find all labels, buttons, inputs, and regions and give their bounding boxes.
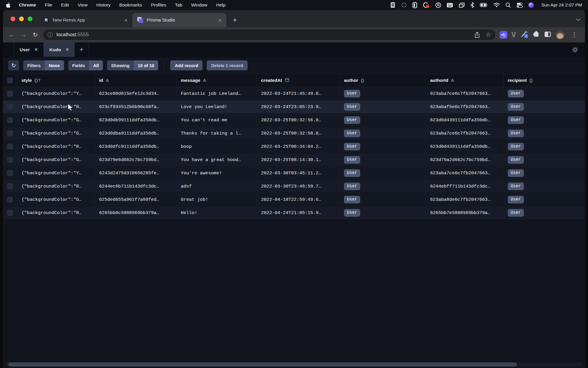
column-header-recipient[interactable]: recipient{} <box>503 74 585 87</box>
author-cell[interactable]: User <box>340 180 426 193</box>
message-cell[interactable]: Fantastic job Leeland… <box>176 87 257 100</box>
extension-icon-color-picker[interactable] <box>520 30 528 39</box>
createdAt-cell[interactable]: 2022-03-24T23:05:23.9… <box>257 100 340 113</box>
author-relation-chip[interactable]: User <box>344 183 360 190</box>
author-cell[interactable]: User <box>340 140 426 153</box>
add-record-button[interactable]: Add record <box>170 60 203 70</box>
row-checkbox[interactable] <box>7 104 13 110</box>
bluetooth-icon[interactable] <box>470 2 474 8</box>
stage-manager-icon[interactable] <box>459 2 465 8</box>
side-panel-icon[interactable] <box>544 31 551 39</box>
id-cell[interactable]: 623cf934512b6b90c68fa… <box>95 100 176 113</box>
delete-record-button[interactable]: Delete 1 record <box>207 60 247 70</box>
id-cell[interactable]: 623d79e6d662c7bc759bd… <box>95 153 176 166</box>
address-bar[interactable]: i localhost:5555 ☆ <box>43 29 495 40</box>
authorid-cell[interactable]: 6244ebff711b143dfc3dc… <box>426 180 503 193</box>
recipient-relation-chip[interactable]: User <box>508 183 524 190</box>
createdAt-cell[interactable]: 2022-03-25T08:14:30.1… <box>257 153 340 166</box>
message-cell[interactable]: Love you Leeland! <box>176 100 257 113</box>
menu-item-chrome[interactable]: Chrome <box>19 2 36 8</box>
authorid-cell[interactable]: 623d79a2d662c7bc759bd… <box>426 153 503 166</box>
style-cell[interactable]: {"backgroundColor":"R… <box>17 140 95 153</box>
spinner-icon[interactable] <box>401 2 407 8</box>
row-checkbox[interactable] <box>7 144 13 150</box>
authorid-cell[interactable]: 6265bb7e5888969bb379a… <box>426 206 503 219</box>
recipient-cell[interactable]: User <box>503 140 585 153</box>
style-cell[interactable]: {"backgroundColor":"Y… <box>17 87 95 100</box>
extension-icon-blue-check[interactable] <box>500 31 507 39</box>
extensions-puzzle-icon[interactable] <box>533 31 540 39</box>
recipient-cell[interactable]: User <box>503 167 585 180</box>
authorid-cell[interactable]: 623abaf5e6c7fb2047663… <box>426 100 503 113</box>
id-cell[interactable]: 623d0db99111ddfa350db… <box>95 114 176 127</box>
browser-tab-new-remix-app[interactable]: R New Remix App × <box>38 13 132 27</box>
site-info-icon[interactable]: i <box>48 32 53 37</box>
id-cell[interactable]: 625ded655a961f7a88fed… <box>95 193 176 206</box>
createdAt-cell[interactable]: 2022-03-30T03:45:11.2… <box>257 167 340 180</box>
recipient-cell[interactable]: User <box>503 206 585 219</box>
refresh-icon[interactable]: ↻ <box>8 60 19 70</box>
row-checkbox[interactable] <box>7 117 13 123</box>
id-cell[interactable]: 623ce68d815efe12c3d34… <box>95 87 176 100</box>
createdAt-cell[interactable]: 2022-03-24T21:45:49.8… <box>257 87 340 100</box>
author-relation-chip[interactable]: User <box>344 130 360 137</box>
author-cell[interactable]: User <box>340 193 426 206</box>
fields-control[interactable]: Fields All <box>68 60 103 70</box>
apple-logo-icon[interactable] <box>6 2 11 8</box>
style-cell[interactable]: {"backgroundColor":"G… <box>17 127 95 140</box>
recipient-cell[interactable]: User <box>503 153 585 166</box>
showing-control[interactable]: Showing 10 of 10 <box>107 60 158 70</box>
recipient-relation-chip[interactable]: User <box>508 116 524 124</box>
author-cell[interactable]: User <box>340 87 426 100</box>
forward-icon[interactable]: → <box>18 29 29 41</box>
close-tab-icon[interactable]: × <box>218 17 222 23</box>
select-all-checkbox[interactable] <box>7 77 13 83</box>
row-checkbox[interactable] <box>7 130 13 136</box>
message-cell[interactable]: Hello! <box>176 206 257 219</box>
menu-item-profiles[interactable]: Profiles <box>151 2 166 8</box>
author-relation-chip[interactable]: User <box>344 103 360 111</box>
new-model-tab-button[interactable]: + <box>75 42 88 57</box>
authorid-cell[interactable]: 623aba7ce6c7fb2047663… <box>426 87 503 100</box>
id-cell[interactable]: 6265bb8c5888969bb379a… <box>95 206 176 219</box>
author-cell[interactable]: User <box>340 100 426 113</box>
reload-icon[interactable]: ↻ <box>29 29 41 41</box>
recipient-relation-chip[interactable]: User <box>508 130 524 137</box>
horizontal-scrollbar-track[interactable] <box>5 362 583 367</box>
zoom-window-button[interactable] <box>28 16 32 21</box>
menu-item-history[interactable]: History <box>96 2 111 8</box>
id-cell[interactable]: 6243d2475d310656285fe… <box>95 167 176 180</box>
authorid-cell[interactable]: 623d0d439111ddfa350db… <box>426 140 503 153</box>
menu-item-window[interactable]: Window <box>191 2 207 8</box>
message-cell[interactable]: Thanks for taking a l… <box>176 127 257 140</box>
column-header-message[interactable]: messageA <box>176 74 257 87</box>
extension-icon-vue-devtools[interactable]: V <box>512 31 516 39</box>
message-cell[interactable]: You have a great hood… <box>176 153 257 166</box>
model-tab-user[interactable]: User × <box>14 42 44 57</box>
close-tab-icon[interactable]: × <box>66 47 69 53</box>
author-cell[interactable]: User <box>340 114 426 127</box>
browser-tab-prisma-studio[interactable]: Prisma Studio × <box>132 13 226 27</box>
menu-item-tab[interactable]: Tab <box>175 2 182 8</box>
spotlight-search-icon[interactable] <box>505 2 511 8</box>
authorid-cell[interactable]: 623aba7ce6c7fb2047663… <box>426 167 503 180</box>
recipient-cell[interactable]: User <box>503 87 585 100</box>
message-cell[interactable]: You can't read me <box>176 114 257 127</box>
author-relation-chip[interactable]: User <box>344 169 360 177</box>
id-cell[interactable]: 6244ec6b711b143dfc3dc… <box>95 180 176 193</box>
recipient-relation-chip[interactable]: User <box>508 169 524 177</box>
row-checkbox[interactable] <box>7 183 13 189</box>
share-icon[interactable] <box>472 30 482 39</box>
createdAt-cell[interactable]: 2022-03-25T00:34:04.2… <box>257 140 340 153</box>
horizontal-scrollbar-thumb[interactable] <box>8 362 517 367</box>
row-checkbox[interactable] <box>7 91 13 97</box>
tab-search-chevron-icon[interactable] <box>576 17 580 22</box>
recipient-cell[interactable]: User <box>503 193 585 206</box>
menu-bar-clock[interactable]: Sun Apr 24 2:07 PM <box>541 2 582 8</box>
settings-gear-icon[interactable] <box>572 46 579 54</box>
menu-item-view[interactable]: View <box>78 2 87 8</box>
createdAt-cell[interactable]: 2022-04-18T22:59:49.6… <box>257 193 340 206</box>
row-checkbox[interactable] <box>7 197 13 203</box>
new-tab-button[interactable]: + <box>230 15 240 25</box>
browser-menu-kebab-icon[interactable]: ⋮ <box>569 31 580 38</box>
